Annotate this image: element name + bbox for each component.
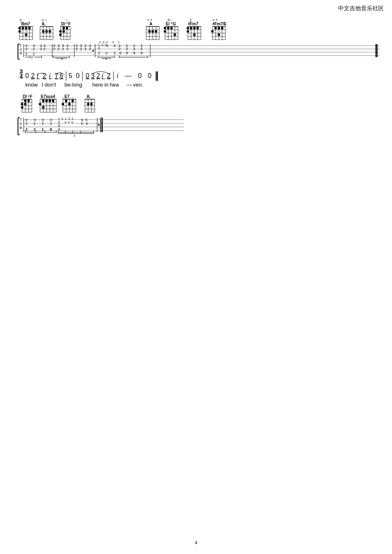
svg-point-271: [39, 103, 41, 105]
svg-text:2: 2: [133, 47, 135, 51]
svg-point-14: [25, 27, 27, 29]
svg-point-101: [193, 27, 196, 29]
svg-point-66: [155, 30, 157, 33]
svg-text:2: 2: [33, 47, 35, 51]
svg-text:2: 2: [40, 47, 42, 51]
svg-text:2: 2: [126, 47, 128, 51]
svg-text:♯Fm7: ♯Fm7: [188, 22, 198, 26]
page-header: 中文吉他音乐社区: [338, 5, 384, 12]
svg-text:2: 2: [25, 128, 27, 132]
svg-text:2: 2: [118, 47, 120, 51]
svg-text:2 3 2 3 2: 2 3 2 3 2: [58, 117, 74, 120]
svg-point-252: [21, 103, 23, 105]
svg-point-250: [24, 100, 27, 102]
svg-text:be-long: be-long: [65, 82, 82, 88]
svg-text:F: F: [30, 94, 32, 99]
svg-text:0: 0: [140, 51, 143, 56]
svg-text:know: know: [25, 82, 38, 88]
svg-text:E7: E7: [65, 94, 70, 99]
svg-text:0: 0: [148, 72, 151, 79]
svg-text:E/: E/: [166, 22, 170, 26]
svg-point-121: [218, 33, 220, 36]
svg-text:2: 2: [33, 122, 36, 126]
svg-text:2: 2: [31, 72, 35, 79]
svg-point-49: [59, 30, 62, 33]
site-name: 中文吉他音乐社区: [338, 5, 384, 11]
svg-text:4: 4: [105, 58, 107, 60]
svg-text:4: 4: [20, 73, 23, 80]
svg-point-253: [24, 103, 27, 105]
svg-text:2: 2: [31, 56, 33, 59]
svg-text:A.: A.: [87, 94, 91, 99]
svg-point-82: [164, 27, 166, 29]
svg-text:0: 0: [86, 72, 89, 79]
svg-point-289: [71, 100, 74, 102]
svg-text:2: 2: [43, 47, 45, 51]
svg-text:2 2 2 2: 2 2 2 2: [53, 47, 69, 51]
svg-text:2: 2: [25, 122, 27, 126]
svg-point-301: [90, 103, 93, 105]
svg-point-103: [187, 30, 189, 33]
svg-point-287: [65, 100, 67, 102]
svg-text:2: 2: [33, 128, 36, 132]
score-svg: 2 Bm7 × ○ A.: [12, 16, 380, 204]
svg-text:0: 0: [76, 72, 80, 79]
svg-text:2: 2: [42, 122, 44, 126]
svg-text:5: 5: [81, 122, 83, 126]
svg-point-65: [151, 30, 154, 33]
svg-point-51: [59, 33, 62, 36]
svg-point-47: [62, 27, 65, 29]
svg-point-12: [18, 27, 21, 29]
svg-text:2: 2: [98, 47, 100, 51]
svg-text:2: 2: [25, 52, 27, 56]
svg-text:—: —: [125, 72, 131, 79]
svg-point-117: [214, 27, 217, 29]
svg-point-300: [87, 103, 89, 105]
svg-text:5: 5: [114, 44, 116, 48]
svg-text:2: 2: [25, 47, 27, 51]
svg-text:1: 1: [42, 128, 44, 132]
svg-point-269: [49, 100, 51, 102]
svg-text:i: i: [37, 72, 38, 79]
svg-text:0: 0: [138, 72, 142, 79]
svg-text:2: 2: [98, 51, 100, 56]
svg-point-86: [174, 33, 176, 36]
svg-point-254: [21, 106, 23, 109]
svg-text:2 2 2 2: 2 2 2 2: [76, 47, 91, 51]
svg-point-85: [164, 30, 166, 33]
svg-point-15: [28, 27, 31, 29]
svg-point-286: [62, 103, 64, 105]
svg-text:5: 5: [86, 122, 88, 126]
svg-text:·: ·: [46, 72, 47, 78]
svg-text:ven.: ven.: [133, 82, 143, 88]
svg-text:3: 3: [74, 134, 75, 138]
svg-text:5: 5: [106, 44, 108, 48]
svg-text:○: ○: [62, 96, 64, 99]
svg-text:0: 0: [119, 51, 121, 56]
svg-point-48: [66, 27, 68, 29]
svg-text:A: A: [149, 22, 152, 26]
svg-text:2: 2: [105, 51, 107, 56]
svg-text:E7sus4: E7sus4: [41, 94, 55, 99]
svg-text:i: i: [117, 72, 118, 79]
svg-text:D/: D/: [23, 94, 27, 99]
svg-point-100: [190, 27, 192, 29]
svg-point-119: [221, 27, 223, 29]
svg-text:0: 0: [50, 128, 52, 132]
svg-text:F: F: [68, 22, 71, 26]
svg-point-104: [193, 33, 196, 36]
svg-point-120: [211, 30, 214, 33]
svg-text:here in hea: here in hea: [92, 82, 119, 88]
svg-text:D/: D/: [61, 22, 65, 26]
svg-point-270: [52, 100, 54, 102]
page-number: 4: [195, 539, 198, 546]
svg-text:0: 0: [61, 58, 63, 61]
svg-point-33: [49, 30, 51, 33]
svg-point-251: [27, 100, 30, 102]
svg-point-83: [167, 27, 169, 29]
svg-point-17: [25, 33, 27, 36]
svg-point-272: [42, 106, 45, 109]
svg-text:5: 5: [69, 72, 72, 79]
svg-text:2-3-2: 2-3-2: [99, 41, 108, 44]
svg-text:5: 5: [112, 41, 114, 44]
